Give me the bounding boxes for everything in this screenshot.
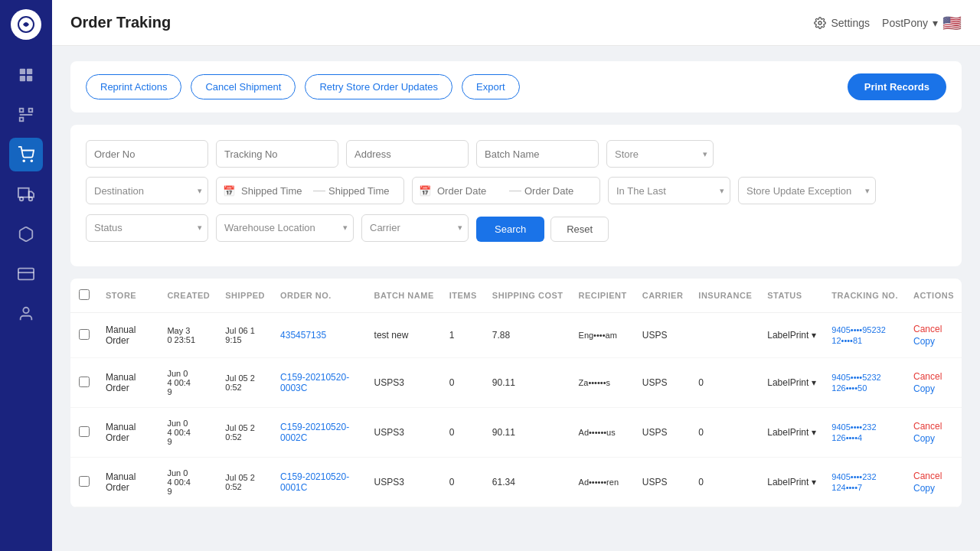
page-body: Reprint Actions Cancel Shipment Retry St… [52,46,980,551]
status-select[interactable]: Status [86,214,208,242]
cell-order-no[interactable]: 435457135 [273,313,367,358]
col-store: STORE [98,279,159,313]
flag-icon: 🇺🇸 [942,14,962,32]
reprint-actions-button[interactable]: Reprint Actions [86,74,181,99]
svg-rect-5 [20,109,24,112]
sidebar-item-orders[interactable] [9,138,43,171]
sidebar-item-billing[interactable] [9,257,43,291]
retry-store-order-button[interactable]: Retry Store Order Updates [305,74,452,99]
select-all-checkbox[interactable] [79,289,90,300]
store-select[interactable]: Store [606,140,714,168]
status-dropdown: LabelPrint ▾ [767,330,816,341]
cell-recipient: Za••••••s [571,358,635,408]
cell-batch-name: USPS3 [367,358,442,408]
cell-status[interactable]: LabelPrint ▾ [760,408,824,458]
export-button[interactable]: Export [462,74,520,99]
svg-rect-7 [20,118,24,122]
filter-row-2: Destination 📅 — 📅 — In The [86,177,946,204]
in-the-last-wrapper: In The Last [608,177,730,204]
sidebar-item-inventory[interactable] [9,217,43,251]
print-records-button[interactable]: Print Records [848,73,946,100]
user-menu[interactable]: PostPony ▾ 🇺🇸 [882,14,962,32]
copy-action-0[interactable]: Copy [913,336,954,347]
cancel-action-0[interactable]: Cancel [913,324,954,334]
cell-status[interactable]: LabelPrint ▾ [760,358,824,408]
batch-name-input[interactable] [476,140,599,168]
cell-actions: Cancel Copy [906,408,962,458]
reset-button[interactable]: Reset [550,217,609,242]
cancel-action-3[interactable]: Cancel [913,471,954,481]
orders-table: STORE CREATED SHIPPED ORDER NO. BATCH NA… [70,279,962,507]
sidebar-item-scan[interactable] [9,98,43,132]
svg-point-13 [29,197,33,201]
cell-order-no[interactable]: C159-20210520-0002C [273,408,367,458]
cancel-action-1[interactable]: Cancel [913,371,954,382]
order-date-from[interactable] [437,185,506,197]
table-row: Manual Order May 3 0 23:51 Jul 06 1 9:15… [70,313,962,358]
carrier-select[interactable]: Carrier [361,214,469,242]
shipped-time-range: 📅 — [216,177,404,204]
order-date-to[interactable] [524,185,593,197]
col-created: CREATED [159,279,217,313]
gear-icon [814,17,826,29]
cell-insurance: 0 [691,358,760,408]
copy-action-2[interactable]: Copy [913,433,954,444]
status-select-wrapper: Status [86,214,208,242]
table-row: Manual Order Jun 0 4 00:4 9 Jul 05 2 0:5… [70,458,962,507]
cell-carrier: USPS [635,313,691,358]
logo[interactable] [11,9,41,40]
svg-rect-1 [20,69,25,74]
cell-status[interactable]: LabelPrint ▾ [760,313,824,358]
settings-button[interactable]: Settings [814,17,870,29]
in-the-last-select[interactable]: In The Last [608,177,730,204]
cancel-shipment-button[interactable]: Cancel Shipment [191,74,296,99]
svg-rect-2 [27,69,32,74]
filter-actions: Search Reset [476,217,609,242]
row-checkbox-1[interactable] [79,377,90,387]
cell-shipped: Jul 05 2 0:52 [217,458,273,507]
cell-shipped: Jul 06 1 9:15 [217,313,273,358]
shipped-time-to[interactable] [328,185,397,197]
copy-action-1[interactable]: Copy [913,383,954,394]
chevron-down-icon: ▾ [933,17,938,29]
cell-created: Jun 0 4 00:4 9 [159,358,217,408]
order-no-input[interactable] [86,140,208,168]
store-update-exception-select[interactable]: Store Update Exception [738,177,876,204]
action-bar: Reprint Actions Cancel Shipment Retry St… [70,61,962,112]
search-button[interactable]: Search [476,217,544,242]
copy-action-3[interactable]: Copy [913,483,954,494]
sidebar-item-dashboard[interactable] [9,58,43,92]
svg-point-10 [31,160,32,161]
cell-shipped: Jul 05 2 0:52 [217,358,273,408]
cell-store: Manual Order [98,313,159,358]
chevron-down-icon: ▾ [812,477,816,487]
tracking-no-input[interactable] [216,140,338,168]
order-no-link: 435457135 [280,330,326,341]
cell-created: Jun 0 4 00:4 9 [159,408,217,458]
filter-row-1: Store [86,140,946,168]
table-row: Manual Order Jun 0 4 00:4 9 Jul 05 2 0:5… [70,408,962,458]
sidebar-item-shipping[interactable] [9,178,43,211]
destination-select[interactable]: Destination [86,177,208,204]
address-input[interactable] [346,140,469,168]
cell-order-no[interactable]: C159-20210520-0001C [273,458,367,507]
cell-order-no[interactable]: C159-20210520-0003C [273,358,367,408]
row-checkbox-2[interactable] [79,426,90,437]
user-label: PostPony [882,17,928,29]
cell-insurance: 0 [691,408,760,458]
cell-status[interactable]: LabelPrint ▾ [760,458,824,507]
warehouse-location-select[interactable]: Warehouse Location [216,214,354,242]
row-checkbox-0[interactable] [79,329,90,340]
cell-actions: Cancel Copy [906,313,962,358]
col-insurance: Insurance [691,279,760,313]
cell-tracking-no: 9405••••232 126••••4 [824,408,906,458]
cancel-action-2[interactable]: Cancel [913,421,954,432]
sidebar [0,0,52,551]
table-row: Manual Order Jun 0 4 00:4 9 Jul 05 2 0:5… [70,358,962,408]
cell-tracking-no: 9405••••5232 126••••50 [824,358,906,408]
sidebar-item-account[interactable] [9,297,43,331]
col-order-no: ORDER NO. [273,279,367,313]
cell-items: 0 [442,458,485,507]
shipped-time-from[interactable] [241,185,310,197]
row-checkbox-3[interactable] [79,476,90,487]
